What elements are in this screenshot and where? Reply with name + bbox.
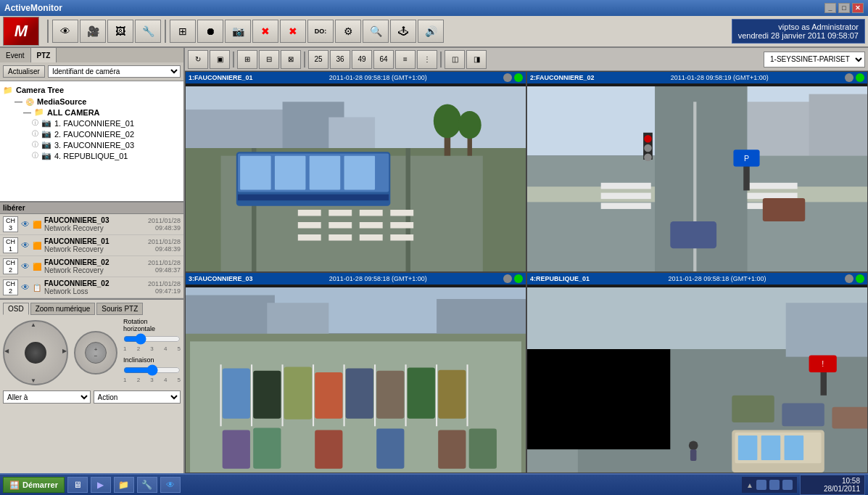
settings-button[interactable]: 🔧 [135,20,161,43]
ch-badge-1: CH3 [3,216,18,232]
zoom-button[interactable]: 🔍 [363,20,389,43]
svg-rect-73 [346,369,373,419]
cam3-rec-icon [503,274,512,283]
delete-button[interactable]: ✖ [252,20,278,43]
rotation-slider[interactable] [123,334,181,344]
grid-3x3-button[interactable]: ⊟ [259,50,279,69]
video-cell-2[interactable]: 2:FAUCONNIERE_02 2011-01-28 09:58:19 (GM… [526,71,868,272]
grid-25-button[interactable]: 25 [308,50,328,69]
ptz-tab-mouse[interactable]: Souris PTZ [96,303,143,315]
start-button[interactable]: 🪟 Démarrer [3,477,65,493]
refresh-grid-button[interactable]: ↻ [188,50,208,69]
svg-rect-70 [253,371,281,419]
zoom-area: + − [74,331,117,375]
config-button[interactable]: ⚙ [335,20,361,43]
action-select[interactable]: Action [94,390,181,404]
svg-rect-78 [253,428,281,468]
zoom-ring[interactable]: + − [74,331,117,375]
record-button[interactable]: ⏺ [197,20,223,43]
grid-2x2-button[interactable]: ⊞ [237,50,257,69]
joystick-area[interactable]: ▲ ▼ ◀ ▶ [3,320,68,385]
taskbar-icon-1: 🖥 [73,480,82,490]
single-view-button[interactable]: ▣ [210,50,230,69]
camera-item-3[interactable]: ⓘ 📷 3. FAUCONNIERE_03 [3,139,181,150]
toolbar-separator-2 [165,20,166,43]
actualiser-button[interactable]: Actualiser [3,65,45,78]
seq-button[interactable]: ≡ [395,50,416,69]
event-row-1[interactable]: CH3 👁 🟧 FAUCONNIERE_03 Network Recovery … [0,214,183,235]
taskbar: 🪟 Démarrer 🖥 ▶ 📁 🔧 👁 ▲ 10:58 28/01/2011 [0,473,868,495]
sidebar-toggle-1[interactable]: ◫ [445,50,465,69]
svg-rect-20 [328,222,352,229]
grid-64-button[interactable]: 64 [373,50,394,69]
tray-arrow[interactable]: ▲ [746,481,753,489]
svg-rect-14 [238,195,389,201]
snapshot-button[interactable]: 📷 [225,20,251,43]
dir-right-button[interactable]: ▶ [62,348,67,354]
maximize-button[interactable]: □ [838,3,850,13]
tab-event[interactable]: Event [0,48,31,62]
dir-left-button[interactable]: ◀ [4,348,9,354]
aller-select[interactable]: Aller à [3,390,91,404]
window-controls[interactable]: _ □ ✕ [824,3,864,13]
event-date-2: 2011/01/28 09:48:39 [148,238,181,253]
dir-down-button[interactable]: ▼ [30,377,36,384]
video-icons-3 [503,274,523,283]
grid-36-button[interactable]: 36 [330,50,350,69]
taskbar-btn-1[interactable]: 🖥 [67,477,88,493]
svg-point-30 [458,111,481,139]
media-source-folder[interactable]: — 📀 MediaSource [3,97,181,107]
location-select[interactable]: 1-SEYSSINET-PARISET [764,52,865,68]
video-cell-3[interactable]: 3:FAUCONNIERE_03 2011-01-28 09:58:18 (GM… [185,272,526,473]
close-button[interactable]: ✕ [852,3,864,13]
grid-4x4-button[interactable]: ⊠ [281,50,301,69]
grid-49-button[interactable]: 49 [352,50,372,69]
cam2-feed: P [527,86,867,271]
minimize-button[interactable]: _ [824,3,836,13]
camera-item-4[interactable]: ⓘ 📷 4. REPUBLIQUE_01 [3,150,181,161]
event-row-3[interactable]: CH2 👁 🟧 FAUCONNIERE_02 Network Recovery … [0,256,183,277]
video-header-1: 1:FAUCONNIERE_01 2011-01-28 09:58:18 (GM… [186,72,526,83]
svg-rect-22 [390,222,413,229]
taskbar-btn-4[interactable]: 🔧 [137,477,157,493]
tab-ptz[interactable]: PTZ [31,48,57,62]
eye-button[interactable]: 👁 [52,20,78,43]
delete2-button[interactable]: ✖ [280,20,306,43]
ptz-tab-osd[interactable]: OSD [3,303,29,315]
inclinaison-label: Inclinaison [123,356,181,364]
sidebar-toggle-2[interactable]: ◨ [466,50,487,69]
custom-grid-button[interactable]: ⋮ [417,50,437,69]
event-date-4: 2011/01/28 09:47:19 [148,280,181,295]
taskbar-btn-3[interactable]: 📁 [114,477,134,493]
svg-rect-87 [786,303,867,356]
image-button[interactable]: 🖼 [107,20,133,43]
video-cell-4[interactable]: 4:REPUBLIQUE_01 2011-01-28 09:58:18 (GMT… [526,272,868,473]
speaker-button[interactable]: 🔊 [418,20,444,43]
event-row-2[interactable]: CH1 👁 🟧 FAUCONNIERE_01 Network Recovery … [0,235,183,256]
active-monitor-taskbar-btn[interactable]: 👁 [160,477,181,493]
all-cameras-folder[interactable]: — 📁 ALL CAMERA [3,107,181,118]
event-info-2: FAUCONNIERE_01 Network Recovery [44,237,145,253]
camera-item-1[interactable]: ⓘ 📷 1. FAUCONNIERE_01 [3,118,181,128]
camera-id-select[interactable]: Identifiant de caméra [48,65,181,78]
inclinaison-slider[interactable] [123,365,181,375]
do-button[interactable]: DO: [307,20,334,43]
ptz-button[interactable]: 🕹 [390,20,416,43]
tray-icon-1 [756,480,766,490]
taskbar-btn-2[interactable]: ▶ [91,477,111,493]
grid-button[interactable]: ⊞ [170,20,196,43]
video-header-2: 2:FAUCONNIERE_02 2011-01-28 09:58:19 (GM… [527,72,867,83]
ptz-tab-zoom[interactable]: Zoom numérique [30,303,96,315]
joystick-center[interactable] [25,342,46,364]
event-row-4[interactable]: CH2 👁 📋 FAUCONNIERE_02 Network Loss 2011… [0,277,183,298]
dir-up-button[interactable]: ▲ [30,322,36,328]
svg-rect-71 [284,367,312,419]
svg-rect-72 [315,372,342,419]
video-cell-1[interactable]: 1:FAUCONNIERE_01 2011-01-28 09:58:18 (GM… [185,71,526,272]
date-long: vendredi 28 janvier 2011 09:58:07 [738,31,859,40]
svg-rect-77 [223,430,250,469]
datetime-display: viptso as Administrator vendredi 28 janv… [732,19,865,44]
event-info-3: FAUCONNIERE_02 Network Recovery [44,258,145,274]
camera-button[interactable]: 🎥 [80,20,106,43]
camera-item-2[interactable]: ⓘ 📷 2. FAUCONNIERE_02 [3,128,181,139]
